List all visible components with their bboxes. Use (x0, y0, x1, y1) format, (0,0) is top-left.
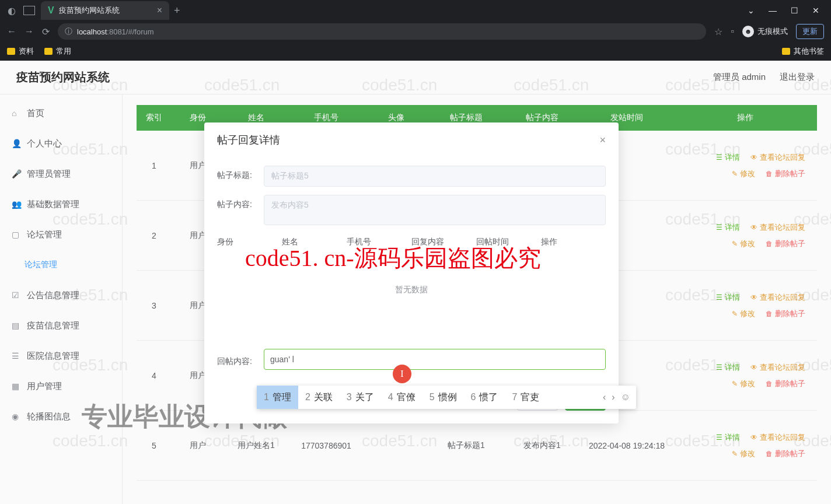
rth-time: 回帖时间 (476, 237, 541, 247)
modal-close-icon[interactable]: × (599, 134, 606, 146)
ime-next-icon[interactable]: › (612, 392, 614, 402)
rth-ops: 操作 (541, 237, 606, 247)
rth-role: 身份 (217, 237, 282, 247)
ime-settings-icon[interactable]: ☺ (621, 392, 630, 402)
ime-candidate[interactable]: 5惯例 (423, 386, 464, 409)
ime-candidate-bar: 1管理2关联3关了4官僚5惯例6惯了7官吏 ‹ › ☺ (257, 386, 636, 409)
rth-reply: 回复内容 (411, 237, 476, 247)
ime-candidate[interactable]: 4官僚 (381, 386, 423, 409)
label-post-content: 帖子内容: (217, 195, 264, 210)
text-cursor-icon: I (393, 365, 411, 383)
reply-table-header: 身份 姓名 手机号 回复内容 回帖时间 操作 (217, 233, 606, 256)
label-reply: 回帖内容: (217, 352, 264, 367)
ime-candidate[interactable]: 6惯了 (464, 386, 505, 409)
input-post-content[interactable]: 发布内容5 (264, 195, 606, 225)
ime-candidate[interactable]: 1管理 (257, 386, 298, 409)
ime-candidate[interactable]: 3关了 (340, 386, 381, 409)
rth-name: 姓名 (282, 237, 347, 247)
ime-candidate[interactable]: 7官吏 (505, 386, 546, 409)
ime-candidate[interactable]: 2关联 (298, 386, 340, 409)
input-post-title[interactable]: 帖子标题5 (264, 166, 606, 187)
reply-input[interactable] (264, 349, 606, 370)
modal-reply-detail: 帖子回复详情 × 帖子标题: 帖子标题5 帖子内容: 发布内容5 身份 姓名 手… (204, 123, 619, 424)
no-data-text: 暂无数据 (217, 256, 606, 342)
rth-phone: 手机号 (347, 237, 411, 247)
modal-title: 帖子回复详情 (217, 133, 280, 147)
ime-prev-icon[interactable]: ‹ (603, 392, 606, 402)
label-post-title: 帖子标题: (217, 166, 264, 181)
